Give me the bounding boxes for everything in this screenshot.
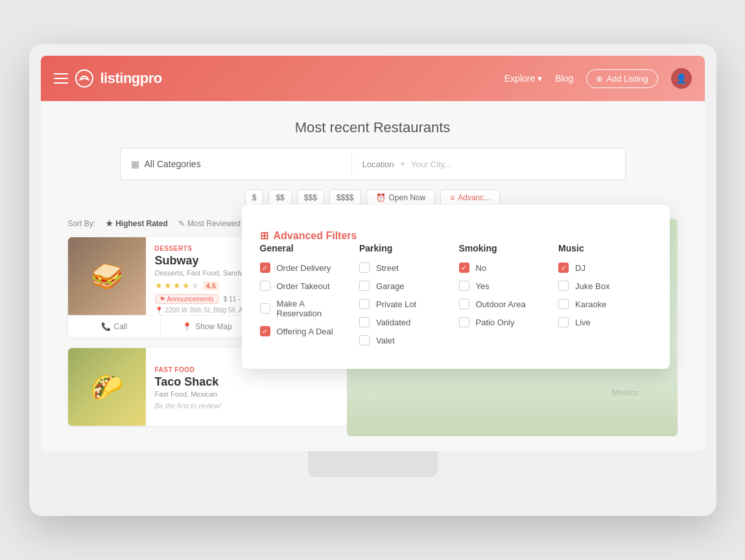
filter-bar: $ $$ $$$ $$$$ ⏰ Open Now ≡ Advanc...	[41, 189, 705, 206]
filter-jukebox: Juke Box	[558, 281, 645, 291]
private-lot-checkbox[interactable]	[359, 299, 370, 309]
page-title: Most recent Restaurants	[41, 101, 705, 148]
karaoke-checkbox[interactable]	[558, 299, 569, 309]
screen: listingpro Explore ▾ Blog ⊕ Add Listing …	[41, 56, 705, 451]
filter-karaoke: Karaoke	[558, 299, 645, 309]
taco-tags: Fast Food, Mexican	[155, 390, 338, 398]
advanced-filters-tab[interactable]: ⊞ Advanced Filters	[260, 229, 652, 242]
make-reservation-label: Make A Reservation	[277, 299, 347, 318]
street-label: Street	[376, 263, 399, 273]
order-takeout-label: Order Takeout	[277, 281, 330, 291]
blog-link[interactable]: Blog	[555, 73, 573, 84]
no-smoking-label: No	[476, 263, 487, 273]
star-4: ★	[182, 281, 190, 290]
price-3-button[interactable]: $$$	[297, 189, 324, 206]
general-title: General	[260, 243, 347, 253]
map-icon: 📍	[182, 322, 192, 331]
filter-private-lot: Private Lot	[359, 299, 446, 309]
jukebox-checkbox[interactable]	[558, 281, 569, 291]
show-map-button[interactable]: 📍 Show Map	[161, 316, 254, 338]
filter-dj: DJ	[558, 262, 645, 273]
monitor: listingpro Explore ▾ Blog ⊕ Add Listing …	[29, 44, 716, 516]
user-icon: 👤	[676, 73, 687, 84]
navbar-right: Explore ▾ Blog ⊕ Add Listing 👤	[504, 68, 692, 89]
order-takeout-checkbox[interactable]	[260, 281, 270, 291]
filter-garage: Garage	[359, 281, 446, 291]
filter-columns: General Order Delivery Order Takeout Mak…	[260, 243, 652, 353]
filter-valet: Valet	[359, 335, 446, 345]
jukebox-label: Juke Box	[575, 281, 609, 291]
subway-rating: 4.5	[203, 281, 219, 290]
brand-name: listingpro	[101, 70, 162, 87]
yes-smoking-checkbox[interactable]	[459, 281, 469, 291]
category-label: All Categories	[145, 159, 201, 169]
explore-link[interactable]: Explore ▾	[504, 73, 542, 84]
sort-highest-rated[interactable]: ★ Highest Rated	[106, 219, 168, 228]
star-2: ★	[164, 281, 172, 290]
add-listing-button[interactable]: ⊕ Add Listing	[586, 69, 657, 88]
location-label: Location	[362, 159, 394, 169]
location-section[interactable]: Location ✦ Your City...	[352, 148, 625, 180]
open-now-button[interactable]: ⏰ Open Now	[366, 189, 436, 206]
main-content: Most recent Restaurants ▦ All Categories…	[41, 101, 705, 451]
order-delivery-checkbox[interactable]	[260, 262, 270, 273]
plus-icon: ⊕	[596, 74, 603, 84]
valet-checkbox[interactable]	[359, 335, 370, 345]
map-label: Mexico	[611, 388, 638, 397]
validated-label: Validated	[376, 318, 410, 327]
menu-icon[interactable]	[54, 73, 68, 84]
monitor-stand	[308, 451, 438, 477]
no-smoking-checkbox[interactable]	[459, 262, 469, 273]
outdoor-area-label: Outdoor Area	[476, 299, 526, 309]
filter-live: Live	[558, 317, 645, 327]
filter-sliders-icon: ⊞	[260, 229, 268, 242]
category-section[interactable]: ▦ All Categories	[121, 148, 352, 180]
valet-label: Valet	[376, 336, 395, 345]
street-checkbox[interactable]	[359, 262, 370, 273]
listing-image-subway: 🥪	[68, 237, 146, 315]
logo-icon	[75, 69, 94, 88]
dj-label: DJ	[575, 263, 585, 273]
validated-checkbox[interactable]	[359, 317, 370, 327]
garage-checkbox[interactable]	[359, 281, 370, 291]
filter-street: Street	[359, 262, 446, 273]
smoking-title: Smoking	[459, 243, 546, 253]
call-button[interactable]: 📞 Call	[68, 316, 161, 338]
live-checkbox[interactable]	[558, 317, 569, 327]
location-input[interactable]: Your City...	[411, 159, 451, 169]
price-1-button[interactable]: $	[245, 189, 264, 206]
edit-icon: ✎	[178, 219, 185, 228]
star-5: ★	[191, 281, 199, 290]
sort-most-reviewed[interactable]: ✎ Most Reviewed	[178, 219, 241, 228]
advanced-filter-button[interactable]: ≡ Advanc...	[440, 189, 500, 206]
private-lot-label: Private Lot	[376, 299, 416, 309]
filter-icon: ≡	[450, 193, 455, 202]
order-delivery-label: Order Delivery	[277, 263, 331, 273]
filter-outdoor-area: Outdoor Area	[459, 299, 546, 309]
brand: listingpro	[54, 69, 162, 88]
grid-icon: ▦	[131, 159, 139, 169]
filter-col-parking: Parking Street Garage Private Lot	[353, 243, 453, 353]
patio-only-checkbox[interactable]	[459, 317, 469, 327]
dj-checkbox[interactable]	[558, 262, 569, 273]
advanced-filters-title: Advanced Filters	[274, 230, 357, 242]
user-avatar[interactable]: 👤	[671, 68, 692, 89]
offering-deal-checkbox[interactable]	[260, 326, 270, 336]
taco-name[interactable]: Taco Shack	[155, 375, 338, 389]
star-3: ★	[173, 281, 181, 290]
filter-order-delivery: Order Delivery	[260, 262, 347, 273]
location-pin-icon: ✦	[399, 159, 406, 169]
patio-only-label: Patio Only	[476, 318, 515, 327]
price-4-button[interactable]: $$$$	[329, 189, 361, 206]
filter-make-reservation: Make A Reservation	[260, 299, 347, 318]
make-reservation-checkbox[interactable]	[260, 303, 270, 314]
filter-col-smoking: Smoking No Yes Outdoor Area	[453, 243, 552, 353]
filter-order-takeout: Order Takeout	[260, 281, 347, 291]
price-2-button[interactable]: $$	[268, 189, 291, 206]
navbar: listingpro Explore ▾ Blog ⊕ Add Listing …	[41, 56, 705, 101]
filter-col-music: Music DJ Juke Box Karaoke	[552, 243, 652, 353]
star-icon: ★	[106, 219, 113, 228]
garage-label: Garage	[376, 281, 404, 291]
filter-yes-smoking: Yes	[459, 281, 546, 291]
outdoor-area-checkbox[interactable]	[459, 299, 469, 309]
